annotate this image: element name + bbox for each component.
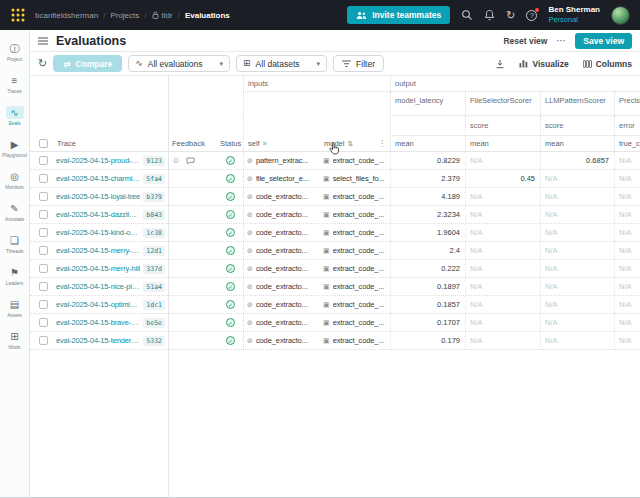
agg-header-mean[interactable]: mean [465, 136, 540, 151]
breadcrumb-projects[interactable]: Projects [110, 11, 139, 20]
agg-header-true-count[interactable]: true_co [614, 136, 640, 151]
model-cell[interactable]: ▣ extract_code_... [320, 206, 390, 223]
columns-button[interactable]: Columns [583, 59, 632, 69]
comment-icon[interactable] [186, 157, 195, 165]
self-op-cell[interactable]: ⊘ file_selector_e... [243, 170, 320, 187]
row-checkbox[interactable] [39, 246, 48, 255]
model-cell[interactable]: ▣ extract_code_... [320, 242, 390, 259]
row-checkbox[interactable] [39, 156, 48, 165]
self-op-cell[interactable]: ⊘ code_extracto... [243, 224, 320, 241]
subheader-score[interactable]: score [540, 116, 614, 136]
agg-header-mean[interactable]: mean [390, 136, 465, 151]
column-header-precision[interactable]: Precisio [614, 92, 640, 116]
sidebar-item-project[interactable]: ⓘ Project [0, 36, 30, 68]
wandb-logo-icon[interactable] [10, 7, 26, 23]
model-cell[interactable]: ▣ extract_code_... [320, 314, 390, 331]
datasets-filter-dropdown[interactable]: ⊞ All datasets ▾ [236, 55, 327, 72]
column-header-feedback[interactable]: Feedback [168, 136, 218, 151]
trace-link[interactable]: eval-2025-04-15-optimistic-... [56, 300, 140, 309]
model-cell[interactable]: ▣ select_files_fo... [320, 170, 390, 187]
row-checkbox[interactable] [39, 228, 48, 237]
self-op-cell[interactable]: ⊘ code_extracto... [243, 296, 320, 313]
self-op-cell[interactable]: ⊘ code_extracto... [243, 278, 320, 295]
row-checkbox[interactable] [39, 264, 48, 273]
column-header-model-latency[interactable]: model_latency [390, 92, 465, 116]
model-cell[interactable]: ▣ extract_code_... [320, 224, 390, 241]
trace-link[interactable]: eval-2025-04-15-loyal-tree [56, 192, 140, 201]
evaluations-filter-dropdown[interactable]: ∿ All evaluations ▾ [128, 55, 230, 72]
self-op-cell[interactable]: ⊘ code_extracto... [243, 260, 320, 277]
column-header-self[interactable]: self » [243, 136, 320, 151]
breadcrumb-project[interactable]: tldr [152, 11, 173, 20]
trace-link[interactable]: eval-2025-04-15-kind-ocean [56, 228, 140, 237]
row-checkbox[interactable] [39, 300, 48, 309]
history-icon[interactable]: ↻ [506, 10, 515, 21]
self-op-cell[interactable]: ⊘ code_extracto... [243, 332, 320, 349]
agg-header-mean[interactable]: mean [540, 136, 614, 151]
sidebar-item-evals[interactable]: ∿ Evals [0, 100, 30, 132]
search-icon[interactable] [461, 9, 473, 21]
user-menu[interactable]: Ben Sherman Personal [548, 5, 600, 24]
trace-link[interactable]: eval-2025-04-15-charming-... [56, 174, 140, 183]
subheader-error[interactable]: error [614, 116, 640, 136]
trace-link[interactable]: eval-2025-04-15-tender-mo... [56, 336, 140, 345]
sidebar-item-traces[interactable]: ≡ Traces [0, 68, 30, 100]
row-checkbox[interactable] [39, 282, 48, 291]
avatar[interactable] [611, 6, 630, 25]
sidebar-item-monitors[interactable]: ◎ Monitors [0, 164, 30, 196]
sidebar-item-annotate[interactable]: ✎ Annotate [0, 196, 30, 228]
sidebar-item-mods[interactable]: ⊞ Mods [0, 324, 30, 356]
row-checkbox[interactable] [39, 336, 48, 345]
save-view-button[interactable]: Save view [575, 33, 632, 49]
column-header-llmpatternscorer[interactable]: LLMPatternScorer [540, 92, 614, 116]
self-op-cell[interactable]: ⊘ code_extracto... [243, 242, 320, 259]
trace-link[interactable]: eval-2025-04-15-nice-plateau [56, 282, 140, 291]
column-header-status[interactable]: Status [218, 136, 243, 151]
trace-link[interactable]: eval-2025-04-15-brave-mou... [56, 318, 140, 327]
trace-link[interactable]: eval-2025-04-15-proud-bre... [56, 156, 140, 165]
visualize-button[interactable]: Visualize [519, 59, 568, 69]
sidebar-item-threads[interactable]: ❏ Threads [0, 228, 30, 260]
model-cell[interactable]: ▣ extract_code_... [320, 332, 390, 349]
trace-link[interactable]: eval-2025-04-15-dazzling-hill [56, 210, 140, 219]
reset-view-button[interactable]: Reset view [503, 36, 547, 46]
self-op-cell[interactable]: ⊘ code_extracto... [243, 188, 320, 205]
row-checkbox[interactable] [39, 192, 48, 201]
breadcrumb-entity[interactable]: bcanfieldsherman [35, 11, 98, 20]
help-icon[interactable]: ? [526, 10, 537, 21]
column-header-model[interactable]: model ⇅ ⋮ [320, 136, 390, 151]
sidebar-item-leaders[interactable]: ⚑ Leaders [0, 260, 30, 292]
refresh-icon[interactable]: ↻ [38, 58, 47, 69]
sidebar-item-assets[interactable]: ▤ Assets [0, 292, 30, 324]
trace-link[interactable]: eval-2025-04-15-merry-dusk [56, 246, 140, 255]
download-icon[interactable] [495, 59, 505, 69]
self-op-cell[interactable]: ⊘ code_extracto... [243, 314, 320, 331]
notifications-bell-icon[interactable] [484, 9, 495, 21]
select-all-checkbox[interactable] [39, 139, 48, 148]
trace-link[interactable]: eval-2025-04-15-merry-hill [56, 264, 140, 273]
compare-button[interactable]: ⇄ Compare [53, 55, 122, 72]
model-cell[interactable]: ▣ extract_code_... [320, 188, 390, 205]
row-checkbox[interactable] [39, 318, 48, 327]
row-checkbox[interactable] [39, 210, 48, 219]
column-header-fileselectorscorer[interactable]: FileSelectorScorer [465, 92, 540, 116]
column-header-trace[interactable]: Trace [56, 136, 168, 151]
invite-teammates-button[interactable]: Invite teammates [347, 6, 450, 24]
breadcrumb-current[interactable]: Evaluations [185, 11, 230, 20]
self-op-cell[interactable]: ⊘ code_extracto... [243, 206, 320, 223]
model-cell[interactable]: ▣ extract_code_... [320, 278, 390, 295]
sort-icon[interactable]: ⇅ [347, 140, 353, 148]
reaction-icon[interactable]: ☺ [172, 157, 180, 165]
filter-button[interactable]: Filter [333, 55, 384, 72]
expand-column-icon[interactable]: » [263, 139, 267, 148]
model-cell[interactable]: ▣ extract_code_... [320, 152, 390, 169]
row-checkbox[interactable] [39, 174, 48, 183]
column-menu-icon[interactable]: ⋮ [378, 139, 386, 148]
menu-hamburger-icon[interactable] [38, 37, 48, 45]
model-cell[interactable]: ▣ extract_code_... [320, 296, 390, 313]
subheader-score[interactable]: score [465, 116, 540, 136]
sidebar-item-playground[interactable]: ▶ Playground [0, 132, 30, 164]
self-op-cell[interactable]: ⊘ pattern_extrac... [243, 152, 320, 169]
model-cell[interactable]: ▣ extract_code_... [320, 260, 390, 277]
overflow-menu-icon[interactable]: ⋯ [556, 36, 566, 46]
